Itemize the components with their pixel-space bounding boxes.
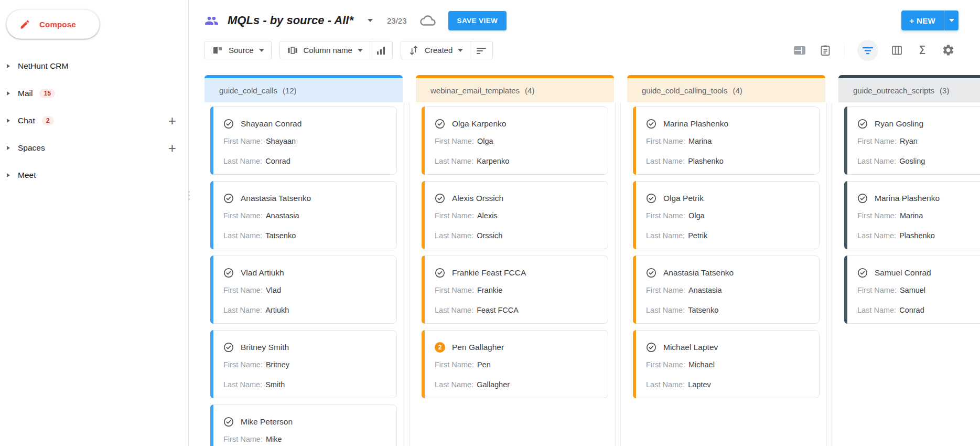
first-name-field: First Name: Alexis [435,210,601,221]
kanban-column: webinar_email_templates (4) Olga Karpenk… [416,75,621,446]
chevron-down-icon [458,49,463,52]
view-switcher-caret-icon[interactable] [368,19,373,22]
expand-arrow-icon[interactable] [7,119,10,123]
record-card[interactable]: Britney Smith First Name: Britney Last N… [210,330,397,398]
crm-main: MQLs - by source - All* 23/23 SAVE VIEW … [189,0,980,446]
record-name: Britney Smith [241,343,289,352]
sum-button[interactable]: Σ [915,43,930,58]
sidebar-item-spaces[interactable]: Spaces + [0,134,188,162]
sidebar-item-nethunt-crm[interactable]: NetHunt CRM [0,52,188,80]
tasks-button[interactable] [818,43,833,58]
last-name-value: Conrad [899,306,924,314]
first-name-value: Mike [266,435,282,443]
column-scrollbar[interactable] [826,102,832,446]
last-name-label: Last Name: [223,380,262,389]
expand-arrow-icon[interactable] [7,146,10,150]
expand-arrow-icon[interactable] [7,64,10,68]
add-icon[interactable]: + [168,115,176,126]
last-name-label: Last Name: [857,157,896,165]
sort-lines-icon [476,45,487,56]
record-card[interactable]: Anastasia Tatsenko First Name: Anastasia… [210,181,397,249]
column-header[interactable]: guide_cold_calling_tools (4) [627,75,825,102]
first-name-label: First Name: [223,360,263,369]
group-by-selector[interactable]: Source [204,41,272,59]
sort-selector[interactable]: Created [401,41,493,59]
column-scrollbar[interactable] [404,102,410,446]
filter-button[interactable] [857,40,878,61]
manage-columns-button[interactable] [889,43,904,58]
card-accent-bar [210,181,213,249]
sidebar-item-chat[interactable]: Chat 2 + [0,107,188,134]
compose-button[interactable]: Compose [6,9,100,39]
last-name-field: Last Name: Plashenko [857,230,980,241]
last-name-label: Last Name: [435,231,473,240]
column-header[interactable]: webinar_email_templates (4) [416,75,614,102]
last-name-value: Tatsenko [265,231,296,240]
record-card[interactable]: Shayaan Conrad First Name: Shayaan Last … [210,107,397,175]
column-field-selector[interactable]: Column name [279,41,393,59]
column-title: guide_cold_calling_tools [642,86,727,95]
sidebar-item-mail[interactable]: Mail 15 [0,80,188,107]
record-card[interactable]: Ryan Gosling First Name: Ryan Last Name:… [844,107,980,175]
count-badge: 2 [435,342,445,353]
record-name: Vlad Artiukh [241,268,284,278]
card-accent-bar [633,330,636,398]
sidebar-item-label: Spaces [18,143,45,153]
view-title[interactable]: MQLs - by source - All* [228,14,353,27]
kanban-column: guide_outreach_scripts (3) Ryan Gosling … [838,75,980,446]
record-card[interactable]: Frankie Feast FCCA First Name: Frankie L… [422,256,608,324]
chevron-down-icon [358,49,363,52]
first-name-label: First Name: [435,211,474,220]
column-header[interactable]: guide_cold_calls (12) [204,75,403,102]
unread-count-badge: 2 [42,116,54,126]
record-card[interactable]: Olga Karpenko First Name: Olga Last Name… [422,107,608,175]
record-card[interactable]: Vlad Artiukh First Name: Vlad Last Name:… [210,256,397,324]
sidebar-item-meet[interactable]: Meet [0,162,188,189]
new-record-label[interactable]: + NEW [901,10,944,30]
save-view-button[interactable]: SAVE VIEW [448,11,507,30]
expand-arrow-icon[interactable] [7,91,10,95]
column-count: (3) [940,86,949,95]
view-options-toolbar: Σ [792,40,955,61]
record-card[interactable]: Samuel Conrad First Name: Samuel Last Na… [844,256,980,324]
record-name: Frankie Feast FCCA [452,268,526,278]
first-name-value: Anastasia [688,286,722,294]
column-scrollbar[interactable] [615,102,621,446]
first-name-field: First Name: Britney [223,359,390,370]
last-name-value: Petrik [688,231,707,240]
record-card[interactable]: Alexis Orssich First Name: Alexis Last N… [422,181,608,249]
record-card[interactable]: Michael Laptev First Name: Michael Last … [633,330,820,398]
sidebar-resize-handle[interactable] [188,191,190,200]
record-card[interactable]: Marina Plashenko First Name: Marina Last… [844,181,980,249]
card-accent-bar [210,405,213,446]
record-card[interactable]: Anastasia Tatsenko First Name: Anastasia… [633,256,820,324]
chart-view-toggle[interactable] [370,41,392,59]
sort-direction-toggle[interactable] [470,41,492,59]
first-name-field: First Name: Mike [223,434,390,444]
last-name-value: Plashenko [688,157,724,165]
record-card[interactable]: Olga Petrik First Name: Olga Last Name: … [633,181,820,249]
last-name-label: Last Name: [646,380,685,389]
last-name-field: Last Name: Plashenko [646,156,813,166]
expand-arrow-icon[interactable] [7,173,10,177]
first-name-value: Vlad [266,286,281,294]
new-record-dropdown[interactable] [944,10,959,30]
new-record-button[interactable]: + NEW [901,10,959,30]
first-name-value: Alexis [477,211,498,220]
record-card[interactable]: Marina Plashenko First Name: Marina Last… [633,107,820,175]
status-check-icon [857,119,868,129]
first-name-label: First Name: [223,435,263,443]
last-name-label: Last Name: [857,231,896,240]
card-accent-bar [422,107,425,175]
card-accent-bar [633,256,636,324]
last-name-field: Last Name: Conrad [223,156,390,166]
column-header[interactable]: guide_outreach_scripts (3) [838,75,980,102]
table-view-button[interactable] [792,43,807,58]
record-card[interactable]: 2 Pen Gallagher First Name: Pen Last Nam… [422,330,608,398]
record-card[interactable]: Mike Peterson First Name: Mike Last Name… [210,405,397,446]
first-name-value: Marina [688,137,712,145]
add-icon[interactable]: + [168,142,176,154]
settings-button[interactable] [941,43,955,58]
status-check-icon [435,268,445,278]
columns-icon [890,44,903,57]
